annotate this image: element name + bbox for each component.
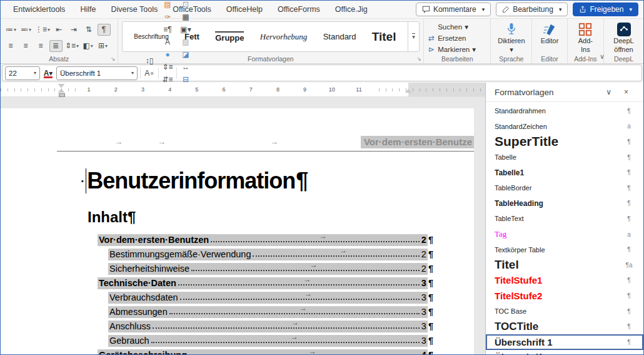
menu-item[interactable]: Hilfe (73, 1, 103, 18)
first-line-indent-marker[interactable] (58, 84, 64, 88)
style-list-item[interactable]: Standardrahmen ¶ (486, 103, 643, 119)
panel-collapse-icon[interactable]: ∨ (600, 88, 618, 96)
toolbar-icon[interactable]: ▨ (179, 36, 192, 48)
style-combo[interactable]: Überschrift 1 (56, 66, 138, 80)
mini-command[interactable]: ⊳ Markieren ▾ (428, 44, 486, 55)
toolbar-icon[interactable]: ↕▯ (143, 54, 156, 67)
toc-entry[interactable]: Gerätebeschreibung → 4 ¶ (98, 349, 433, 355)
ribbon-icon[interactable]: ◧▾ (81, 40, 94, 52)
menu-item[interactable]: OfficeHelp (219, 1, 270, 18)
gallery-more-button[interactable]: ▾ (408, 22, 419, 51)
ribbon-icon[interactable]: ⇕≡▾ (64, 40, 79, 52)
horizontal-ruler[interactable]: 1234567891011 (1, 83, 485, 97)
toc-entry[interactable]: Gebrauch → 3 ¶ (98, 335, 433, 349)
style-type-marker: ¶ (621, 154, 637, 161)
toc-entry[interactable]: Anschluss → 3 ¶ (98, 321, 433, 335)
ribbon-icon[interactable]: ≡ (34, 40, 48, 52)
style-list-item[interactable]: TableBorder ¶ (486, 180, 643, 196)
style-list-item[interactable]: SuperTitle ¶ (486, 134, 643, 150)
style-list-item[interactable]: Tabelle1 ¶ (486, 165, 643, 180)
style-list-item[interactable]: TOC Base ¶ (486, 304, 643, 319)
style-list-item[interactable]: Titel ¶a (486, 257, 643, 273)
style-list-item[interactable]: StandardZeichen a (486, 119, 643, 135)
toolbar-icon[interactable]: ▤ (161, 0, 174, 11)
toolbar-icon[interactable]: ● (161, 48, 174, 61)
toc-entry[interactable]: Sicherheitshinweise → 2 ¶ (98, 263, 433, 277)
share-button[interactable]: Freigeben (573, 3, 638, 16)
mini-command[interactable]: ⇄ Ersetzen (428, 33, 486, 44)
ribbon-icon[interactable]: ⇥ (68, 24, 81, 36)
toolbar-icon[interactable]: ⇕≡ (161, 61, 174, 73)
ribbon-icon[interactable]: ⇅ (83, 24, 96, 36)
ribbon-icon[interactable]: ≕▾ (19, 24, 33, 36)
command-label: Ersetzen (438, 34, 466, 42)
toc-entry[interactable]: Abmessungen → 3 ¶ (98, 306, 433, 321)
collapse-ribbon-icon[interactable]: ∨ (600, 53, 605, 61)
toolbar-icon[interactable]: ≡¶ (161, 23, 174, 36)
toc-entry[interactable]: Bestimmungsgemäße·Verwendung → 2 ¶ (98, 249, 433, 263)
dictate-button[interactable]: Diktieren ▾ (495, 21, 527, 53)
style-list-item[interactable]: Textkörper Table ¶ (486, 242, 643, 257)
ribbon-icon[interactable]: ⋮≡▾ (34, 24, 51, 36)
font-size-combo[interactable]: 22 (5, 66, 40, 80)
style-type-marker: ¶ (621, 339, 637, 346)
toc-entry[interactable]: Technische·Daten → 3 ¶ (98, 277, 433, 292)
panel-close-icon[interactable]: × (618, 88, 635, 96)
toolbar-icon[interactable]: A∘ (143, 67, 156, 80)
ribbon-icon[interactable]: ≡ (19, 40, 33, 52)
toolbar-icon[interactable]: ⊡ (179, 0, 192, 11)
editing-mode-button[interactable]: Bearbeitung (496, 3, 568, 16)
menu-item[interactable]: Entwicklertools (6, 1, 73, 18)
dialog-launcher-icon[interactable]: ↘ (417, 56, 422, 62)
toolbar-icon[interactable]: ▣▾ (179, 23, 192, 36)
ribbon-icon[interactable]: ¶ (98, 24, 111, 36)
icon-glyph: ↔ (182, 63, 189, 71)
style-list-item[interactable]: Überschrift 1 ¶ (486, 334, 643, 350)
gallery-style[interactable]: Standard (323, 32, 356, 41)
hanging-indent-marker[interactable] (58, 89, 64, 93)
toolbar-icon[interactable]: A (161, 36, 174, 48)
title-text: Benutzerinformation (87, 168, 295, 193)
style-list-item[interactable]: TitelStufe2 ¶ (486, 288, 643, 304)
toc-entry[interactable]: Vor·dem·ersten·Benutzen → 2 ¶ (98, 234, 433, 249)
command-icon: ⊳ (428, 45, 435, 54)
pilcrow-mark: ¶ (428, 264, 433, 274)
toolbar-icon[interactable]: ✑ (161, 11, 174, 23)
mini-command[interactable]: Suchen ▾ (428, 21, 486, 33)
style-list-item[interactable]: TitelStufe1 ¶ (486, 273, 643, 289)
ribbon-icon[interactable]: ≔▾ (4, 24, 18, 36)
gallery-style[interactable]: Hervorhebung (260, 32, 308, 42)
ribbon-icon[interactable]: ⇤ (53, 24, 66, 36)
right-indent-marker[interactable] (405, 89, 411, 93)
editor-button[interactable]: Editor (538, 21, 561, 45)
gallery-style[interactable]: Gruppe (215, 31, 244, 43)
toc-entry[interactable]: Verbrauchsdaten → 3 ¶ (98, 292, 433, 306)
style-list-item[interactable]: Tabelle ¶ (486, 150, 643, 165)
style-list-item[interactable]: TableText ¶ (486, 211, 643, 227)
addins-button[interactable]: Add- Ins (576, 21, 595, 53)
document-page[interactable]: → → → Vor·dem·ersten·Benutze · Benutzeri… (1, 108, 474, 355)
ribbon-icon[interactable]: ≣ (49, 40, 63, 52)
toc-field-shading: Bestimmungsgemäße·Verwendung → 2 (108, 249, 428, 260)
style-list-item[interactable]: Tag a (486, 227, 643, 242)
menu-item[interactable]: Diverse Tools (103, 1, 165, 18)
menu-item[interactable]: Office.Jig (328, 1, 375, 18)
toolbar-icon[interactable]: ◪ (179, 48, 192, 61)
toolbar-icon[interactable]: ↔ (179, 61, 192, 73)
toc-page-number: 2 (421, 264, 426, 274)
font-color-icon[interactable]: A▾ (42, 67, 54, 80)
ribbon-icon[interactable]: ≡ (4, 40, 18, 52)
toc-field-shading: Vor·dem·ersten·Benutzen → 2 (98, 234, 428, 246)
comments-button[interactable]: Kommentare (416, 3, 491, 16)
ribbon-icon[interactable]: ⊞▾ (96, 40, 109, 52)
style-name: TitelStufe1 (495, 275, 621, 286)
dialog-launcher-icon[interactable]: ↘ (111, 56, 116, 62)
menu-item[interactable]: OfficeForms (270, 1, 328, 18)
style-list-item[interactable]: Überschrift 2 ¶a (486, 350, 643, 355)
deepl-button[interactable]: DeepL öffnen (611, 21, 636, 53)
style-list-item[interactable]: TOCTitle ¶ (486, 319, 643, 334)
icon-glyph: ≡ (8, 41, 13, 50)
toolbar-icon[interactable]: ▦ (179, 11, 192, 23)
gallery-style[interactable]: Titel (372, 30, 396, 44)
style-list-item[interactable]: TableHeading ¶ (486, 196, 643, 212)
